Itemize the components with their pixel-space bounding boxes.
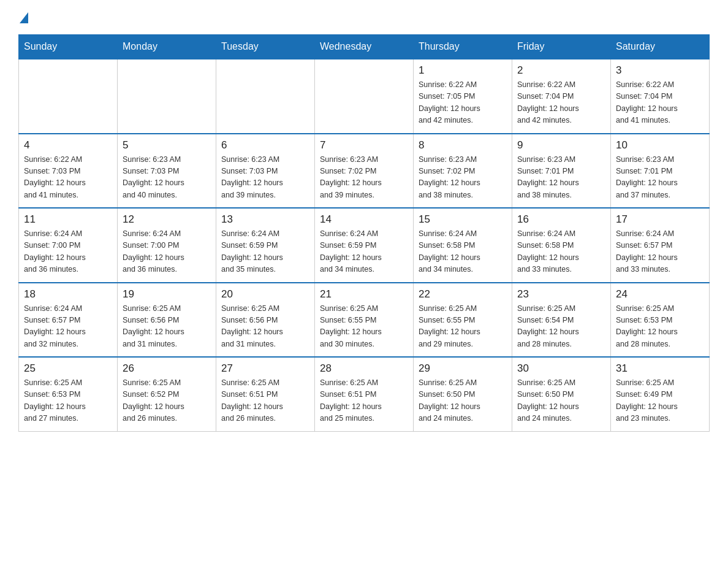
calendar-week-row: 11Sunrise: 6:24 AM Sunset: 7:00 PM Dayli… bbox=[19, 208, 710, 283]
day-number: 23 bbox=[517, 288, 605, 301]
day-info: Sunrise: 6:25 AM Sunset: 6:52 PM Dayligh… bbox=[123, 377, 211, 425]
calendar-week-row: 18Sunrise: 6:24 AM Sunset: 6:57 PM Dayli… bbox=[19, 283, 710, 358]
day-number: 3 bbox=[616, 64, 704, 77]
day-number: 27 bbox=[221, 362, 309, 375]
day-info: Sunrise: 6:24 AM Sunset: 6:59 PM Dayligh… bbox=[221, 228, 309, 276]
day-of-week-header: Wednesday bbox=[315, 35, 414, 59]
day-info: Sunrise: 6:25 AM Sunset: 6:53 PM Dayligh… bbox=[616, 303, 704, 351]
day-number: 16 bbox=[517, 213, 605, 226]
calendar-cell bbox=[315, 59, 414, 134]
day-info: Sunrise: 6:24 AM Sunset: 6:58 PM Dayligh… bbox=[517, 228, 605, 276]
day-number: 26 bbox=[123, 362, 211, 375]
day-number: 22 bbox=[419, 288, 507, 301]
calendar-cell: 11Sunrise: 6:24 AM Sunset: 7:00 PM Dayli… bbox=[19, 208, 118, 283]
day-number: 5 bbox=[123, 139, 211, 151]
day-of-week-header: Saturday bbox=[611, 35, 710, 59]
day-info: Sunrise: 6:25 AM Sunset: 6:54 PM Dayligh… bbox=[517, 303, 605, 351]
calendar-cell: 21Sunrise: 6:25 AM Sunset: 6:55 PM Dayli… bbox=[315, 283, 414, 358]
day-info: Sunrise: 6:23 AM Sunset: 7:01 PM Dayligh… bbox=[517, 154, 605, 202]
calendar-cell: 7Sunrise: 6:23 AM Sunset: 7:02 PM Daylig… bbox=[315, 134, 414, 209]
day-info: Sunrise: 6:22 AM Sunset: 7:05 PM Dayligh… bbox=[419, 79, 507, 127]
day-info: Sunrise: 6:25 AM Sunset: 6:51 PM Dayligh… bbox=[320, 377, 408, 425]
day-info: Sunrise: 6:25 AM Sunset: 6:55 PM Dayligh… bbox=[419, 303, 507, 351]
calendar-week-row: 4Sunrise: 6:22 AM Sunset: 7:03 PM Daylig… bbox=[19, 134, 710, 209]
day-of-week-header: Friday bbox=[512, 35, 611, 59]
day-info: Sunrise: 6:22 AM Sunset: 7:04 PM Dayligh… bbox=[517, 79, 605, 127]
day-info: Sunrise: 6:25 AM Sunset: 6:49 PM Dayligh… bbox=[616, 377, 704, 425]
day-number: 12 bbox=[123, 213, 211, 226]
day-number: 24 bbox=[616, 288, 704, 301]
calendar-cell: 2Sunrise: 6:22 AM Sunset: 7:04 PM Daylig… bbox=[512, 59, 611, 134]
day-info: Sunrise: 6:25 AM Sunset: 6:51 PM Dayligh… bbox=[221, 377, 309, 425]
day-info: Sunrise: 6:24 AM Sunset: 6:57 PM Dayligh… bbox=[616, 228, 704, 276]
day-info: Sunrise: 6:22 AM Sunset: 7:03 PM Dayligh… bbox=[24, 154, 112, 202]
calendar-cell: 20Sunrise: 6:25 AM Sunset: 6:56 PM Dayli… bbox=[216, 283, 315, 358]
day-number: 31 bbox=[616, 362, 704, 375]
calendar-cell: 16Sunrise: 6:24 AM Sunset: 6:58 PM Dayli… bbox=[512, 208, 611, 283]
calendar-cell: 25Sunrise: 6:25 AM Sunset: 6:53 PM Dayli… bbox=[19, 357, 118, 431]
day-info: Sunrise: 6:24 AM Sunset: 7:00 PM Dayligh… bbox=[24, 228, 112, 276]
calendar-week-row: 25Sunrise: 6:25 AM Sunset: 6:53 PM Dayli… bbox=[19, 357, 710, 431]
calendar-cell: 10Sunrise: 6:23 AM Sunset: 7:01 PM Dayli… bbox=[611, 134, 710, 209]
day-info: Sunrise: 6:25 AM Sunset: 6:55 PM Dayligh… bbox=[320, 303, 408, 351]
calendar-cell: 3Sunrise: 6:22 AM Sunset: 7:04 PM Daylig… bbox=[611, 59, 710, 134]
page-header bbox=[18, 12, 710, 23]
calendar-cell: 15Sunrise: 6:24 AM Sunset: 6:58 PM Dayli… bbox=[414, 208, 512, 283]
day-info: Sunrise: 6:25 AM Sunset: 6:56 PM Dayligh… bbox=[221, 303, 309, 351]
day-info: Sunrise: 6:23 AM Sunset: 7:02 PM Dayligh… bbox=[320, 154, 408, 202]
calendar-cell: 13Sunrise: 6:24 AM Sunset: 6:59 PM Dayli… bbox=[216, 208, 315, 283]
calendar-cell: 31Sunrise: 6:25 AM Sunset: 6:49 PM Dayli… bbox=[611, 357, 710, 431]
calendar-cell: 30Sunrise: 6:25 AM Sunset: 6:50 PM Dayli… bbox=[512, 357, 611, 431]
day-number: 10 bbox=[616, 139, 704, 151]
day-number: 25 bbox=[24, 362, 112, 375]
calendar-cell bbox=[216, 59, 315, 134]
day-number: 15 bbox=[419, 213, 507, 226]
calendar-table: SundayMondayTuesdayWednesdayThursdayFrid… bbox=[18, 34, 710, 432]
calendar-cell bbox=[19, 59, 118, 134]
calendar-cell: 24Sunrise: 6:25 AM Sunset: 6:53 PM Dayli… bbox=[611, 283, 710, 358]
calendar-cell: 1Sunrise: 6:22 AM Sunset: 7:05 PM Daylig… bbox=[414, 59, 512, 134]
day-info: Sunrise: 6:23 AM Sunset: 7:03 PM Dayligh… bbox=[221, 154, 309, 202]
calendar-cell: 9Sunrise: 6:23 AM Sunset: 7:01 PM Daylig… bbox=[512, 134, 611, 209]
calendar-cell: 12Sunrise: 6:24 AM Sunset: 7:00 PM Dayli… bbox=[118, 208, 216, 283]
logo bbox=[18, 12, 28, 23]
day-info: Sunrise: 6:24 AM Sunset: 6:57 PM Dayligh… bbox=[24, 303, 112, 351]
day-number: 17 bbox=[616, 213, 704, 226]
calendar-cell: 28Sunrise: 6:25 AM Sunset: 6:51 PM Dayli… bbox=[315, 357, 414, 431]
calendar-cell: 23Sunrise: 6:25 AM Sunset: 6:54 PM Dayli… bbox=[512, 283, 611, 358]
day-of-week-header: Tuesday bbox=[216, 35, 315, 59]
day-of-week-header: Sunday bbox=[19, 35, 118, 59]
day-number: 13 bbox=[221, 213, 309, 226]
calendar-cell: 6Sunrise: 6:23 AM Sunset: 7:03 PM Daylig… bbox=[216, 134, 315, 209]
day-number: 28 bbox=[320, 362, 408, 375]
calendar-header-row: SundayMondayTuesdayWednesdayThursdayFrid… bbox=[19, 35, 710, 59]
calendar-cell: 26Sunrise: 6:25 AM Sunset: 6:52 PM Dayli… bbox=[118, 357, 216, 431]
day-number: 30 bbox=[517, 362, 605, 375]
calendar-cell bbox=[118, 59, 216, 134]
day-number: 21 bbox=[320, 288, 408, 301]
day-info: Sunrise: 6:25 AM Sunset: 6:53 PM Dayligh… bbox=[24, 377, 112, 425]
calendar-cell: 8Sunrise: 6:23 AM Sunset: 7:02 PM Daylig… bbox=[414, 134, 512, 209]
day-info: Sunrise: 6:25 AM Sunset: 6:56 PM Dayligh… bbox=[123, 303, 211, 351]
day-number: 4 bbox=[24, 139, 112, 151]
calendar-cell: 5Sunrise: 6:23 AM Sunset: 7:03 PM Daylig… bbox=[118, 134, 216, 209]
day-info: Sunrise: 6:25 AM Sunset: 6:50 PM Dayligh… bbox=[517, 377, 605, 425]
day-of-week-header: Thursday bbox=[414, 35, 512, 59]
calendar-cell: 18Sunrise: 6:24 AM Sunset: 6:57 PM Dayli… bbox=[19, 283, 118, 358]
day-info: Sunrise: 6:23 AM Sunset: 7:03 PM Dayligh… bbox=[123, 154, 211, 202]
day-info: Sunrise: 6:22 AM Sunset: 7:04 PM Dayligh… bbox=[616, 79, 704, 127]
day-info: Sunrise: 6:24 AM Sunset: 7:00 PM Dayligh… bbox=[123, 228, 211, 276]
day-number: 9 bbox=[517, 139, 605, 151]
logo-triangle-icon bbox=[20, 12, 28, 23]
day-number: 6 bbox=[221, 139, 309, 151]
day-number: 20 bbox=[221, 288, 309, 301]
day-number: 1 bbox=[419, 64, 507, 77]
calendar-cell: 19Sunrise: 6:25 AM Sunset: 6:56 PM Dayli… bbox=[118, 283, 216, 358]
day-info: Sunrise: 6:23 AM Sunset: 7:02 PM Dayligh… bbox=[419, 154, 507, 202]
calendar-cell: 17Sunrise: 6:24 AM Sunset: 6:57 PM Dayli… bbox=[611, 208, 710, 283]
day-number: 7 bbox=[320, 139, 408, 151]
day-number: 2 bbox=[517, 64, 605, 77]
day-number: 11 bbox=[24, 213, 112, 226]
calendar-week-row: 1Sunrise: 6:22 AM Sunset: 7:05 PM Daylig… bbox=[19, 59, 710, 134]
day-info: Sunrise: 6:25 AM Sunset: 6:50 PM Dayligh… bbox=[419, 377, 507, 425]
